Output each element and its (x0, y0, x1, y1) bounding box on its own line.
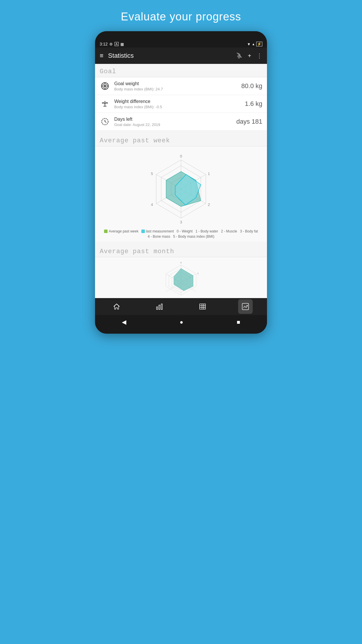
battery-icon: ⚡ (256, 42, 262, 46)
phone-bottom (95, 329, 267, 334)
clock-icon (100, 116, 110, 127)
status-time: 3:12 (100, 42, 108, 46)
phone-frame: 3:12 ⚙ A ▦ ▼ ▲ ⚡ ≡ Statistics + ⋮ G (95, 31, 267, 334)
avg-month-section-header: Average past month (95, 244, 267, 257)
menu-button[interactable]: ≡ (100, 52, 103, 60)
signal-icon: ▲ (252, 42, 255, 46)
svg-rect-48 (157, 307, 158, 309)
nav-chart[interactable] (152, 299, 167, 314)
svg-text:1: 1 (197, 272, 199, 275)
days-left-row[interactable]: Days left Goal date: August 22, 2019 day… (95, 113, 267, 131)
svg-line-14 (105, 122, 106, 123)
svg-text:2: 2 (208, 202, 210, 207)
page-title-text: Evaluate your progress (115, 0, 247, 31)
back-button[interactable]: ◀ (122, 318, 126, 326)
svg-rect-50 (161, 304, 162, 309)
goal-weight-bmi: Body mass index (BMI): 24.7 (114, 87, 241, 91)
toolbar-title: Statistics (108, 52, 236, 60)
goal-weight-label: Goal weight (114, 81, 241, 86)
more-button[interactable]: ⋮ (256, 52, 262, 59)
svg-point-57 (247, 305, 248, 306)
svg-rect-51 (200, 304, 205, 309)
svg-text:3: 3 (180, 220, 182, 224)
add-button[interactable]: + (248, 52, 251, 59)
nav-home[interactable] (109, 299, 124, 314)
svg-text:4: 4 (151, 202, 153, 207)
goal-weight-row[interactable]: Goal weight Body mass index (BMI): 24.7 … (95, 77, 267, 95)
goal-weight-text: Goal weight Body mass index (BMI): 24.7 (114, 81, 241, 91)
svg-line-0 (237, 52, 242, 57)
svg-text:5: 5 (151, 172, 153, 176)
bottom-nav (95, 298, 267, 315)
a-icon: A (115, 42, 118, 46)
days-left-value: days 181 (236, 118, 262, 125)
days-left-date: Goal date: August 22, 2019 (114, 123, 236, 127)
scale-icon (100, 99, 110, 109)
wifi-icon: ▼ (247, 42, 251, 46)
sim-icon: ▦ (120, 42, 124, 46)
weight-difference-row[interactable]: Weight difference Body mass index (BMI):… (95, 95, 267, 113)
svg-text:0: 0 (180, 261, 182, 264)
settings-icon: ⚙ (109, 42, 113, 46)
nav-stats[interactable] (238, 299, 253, 314)
radar-chart-week: 0 1 2 3 4 5 Average past week l (95, 146, 267, 242)
svg-point-8 (104, 85, 106, 87)
avg-week-section-header: Average past week (95, 133, 267, 146)
svg-rect-49 (159, 305, 160, 309)
weight-difference-label: Weight difference (114, 99, 245, 104)
screen-content: Goal Goal weight Body mass index (BMI): … (95, 64, 267, 298)
target-icon (100, 81, 110, 91)
svg-text:0: 0 (180, 154, 182, 158)
home-button[interactable]: ● (180, 319, 183, 326)
weight-difference-text: Weight difference Body mass index (BMI):… (114, 99, 245, 109)
chart-legend-week: Average past week last measurement 0 - W… (100, 229, 262, 239)
nav-table[interactable] (195, 299, 210, 314)
svg-marker-47 (174, 269, 193, 291)
radar-chart-month: 0 1 (95, 257, 267, 298)
toolbar: ≡ Statistics + ⋮ (95, 48, 267, 64)
recent-button[interactable]: ■ (237, 319, 240, 326)
android-nav: ◀ ● ■ (95, 315, 267, 329)
goal-weight-value: 80.0 kg (241, 82, 262, 90)
weight-difference-value: 1.6 kg (245, 100, 262, 108)
goal-section-header: Goal (95, 64, 267, 77)
phone-top (95, 31, 267, 40)
status-bar: 3:12 ⚙ A ▦ ▼ ▲ ⚡ (95, 40, 267, 48)
days-left-label: Days left (114, 117, 236, 122)
days-left-text: Days left Goal date: August 22, 2019 (114, 117, 236, 127)
svg-text:1: 1 (208, 172, 210, 176)
bluetooth-disabled-icon[interactable] (236, 52, 242, 60)
weight-difference-bmi: Body mass index (BMI): -0.5 (114, 105, 245, 109)
